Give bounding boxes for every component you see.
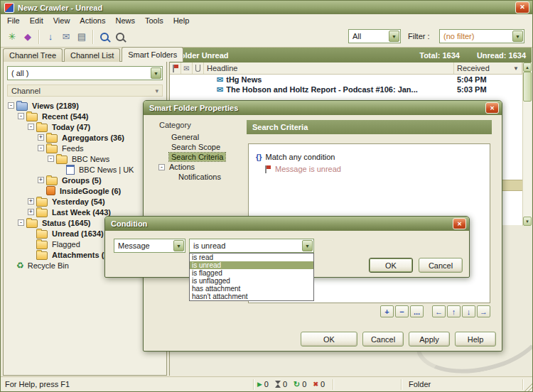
ok-button[interactable]: OK [369,258,413,273]
expander-icon[interactable]: - [38,145,44,151]
tree-item-bbc-news-uk[interactable]: BBC News | UK [5,164,165,175]
expander-icon[interactable]: + [38,177,44,183]
headline-column-header[interactable]: Headline [204,62,454,74]
option-is-read[interactable]: is read [190,254,313,261]
option-hasnt-attachment[interactable]: hasn't attachment [190,293,313,300]
expander-icon[interactable]: - [48,156,54,162]
cancel-button[interactable]: Cancel [362,332,404,347]
tab-channel-tree[interactable]: Channel Tree [3,48,63,62]
ok-button[interactable]: OK [301,332,357,347]
option-is-flagged[interactable]: is flagged [190,269,313,277]
dialog-title-bar: Smart Folder Properties ✕ [144,101,502,115]
column-menu-icon[interactable]: ▾ [155,87,158,94]
chevron-down-icon[interactable]: ▼ [389,31,399,42]
move-up-button[interactable]: ↑ [447,305,461,317]
tab-smart-folders[interactable]: Smart Folders [122,47,183,62]
menu-item-file[interactable]: File [2,16,25,26]
search-criteria-section-header: Search Criteria [247,120,492,134]
tree-item-recent[interactable]: -Recent (544) [5,111,165,121]
chevron-down-icon[interactable]: ▼ [302,240,313,251]
chevron-down-icon[interactable]: ▼ [151,67,161,79]
option-has-attachment[interactable]: has attachment [190,285,313,293]
get-news-icon[interactable]: ↓ [43,29,58,45]
option-is-unflagged[interactable]: is unflagged [190,277,313,285]
read-state-column-header[interactable]: ✉ [181,62,193,74]
category-list: General Search Scope Search Criteria -Ac… [152,132,243,182]
tree-item-today[interactable]: -Today (47) [5,121,165,132]
chevron-down-icon[interactable]: ▼ [512,31,523,42]
expander-icon[interactable]: - [18,113,24,119]
resize-grip[interactable] [523,382,532,391]
expander-icon[interactable]: - [18,219,24,226]
message-row[interactable]: ✉The Hobson and Holtz Report - Podcast #… [170,85,522,94]
scroll-up-icon[interactable]: ▲ [523,62,532,72]
menu-item-edit[interactable]: Edit [25,16,48,26]
expander-icon[interactable]: - [158,164,165,170]
close-icon[interactable]: ✕ [453,218,466,229]
message-row[interactable]: ✉tHg News 5:04 PM [170,75,522,85]
move-down-button[interactable]: ↓ [462,305,475,317]
paperclip-icon [195,65,200,72]
scope-selector[interactable]: ( all ) ▼ [7,66,163,80]
tree-item-groups[interactable]: +Groups (5) [5,175,165,185]
channel-options-icon[interactable]: ◆ [20,29,36,45]
condition-row[interactable]: Message is unread [249,161,490,173]
expander-icon[interactable]: + [28,209,34,215]
tab-channel-list[interactable]: Channel List [64,48,120,62]
received-column-header[interactable]: Received▼ [454,62,522,74]
chevron-down-icon[interactable]: ▼ [173,240,184,251]
option-is-unread[interactable]: is unread [190,261,313,269]
print-icon[interactable]: ▤ [74,29,90,45]
tree-item-yesterday[interactable]: +Yesterday (54) [5,196,165,207]
category-actions[interactable]: -Actions [152,162,243,172]
add-condition-button[interactable]: + [380,305,394,317]
channel-column-header[interactable]: Channel ▾ [7,85,163,97]
flag-column-header[interactable] [170,62,181,74]
send-mail-icon[interactable]: ✉ [58,29,74,45]
vertical-scrollbar[interactable]: ▲ ▼ [522,62,532,226]
condition-field-selector[interactable]: Message ▼ [114,239,185,253]
menu-item-news[interactable]: News [110,16,140,26]
find-icon[interactable] [112,29,128,45]
expander-icon[interactable]: + [38,134,44,141]
apply-button[interactable]: Apply [409,332,450,347]
menu-item-tools[interactable]: Tools [140,16,168,26]
menu-item-actions[interactable]: Actions [75,16,110,26]
folder-stats: Total: 1634 Unread: 1634 [419,51,526,60]
tree-item-insidegoogle[interactable]: InsideGoogle (6) [5,185,165,196]
close-icon[interactable]: ✕ [515,1,529,13]
category-general[interactable]: General [152,132,243,142]
close-icon[interactable]: ✕ [485,102,499,114]
scrollbar-thumb[interactable] [523,72,532,102]
scroll-down-icon[interactable]: ▼ [523,217,532,226]
condition-operator-selector[interactable]: is unread ▼ [189,239,314,253]
category-search-criteria[interactable]: Search Criteria [152,152,243,162]
tree-item-views[interactable]: -Views (2189) [5,100,165,111]
expander-icon[interactable]: - [28,124,34,130]
refresh-channels-icon[interactable]: ✳ [4,29,20,45]
tree-item-bbc-news[interactable]: -BBC News [5,153,165,164]
remove-condition-button[interactable]: − [395,305,409,317]
move-left-button[interactable]: ← [432,305,446,317]
match-condition-row[interactable]: {} Match any condition [249,144,490,161]
total-count: Total: 1634 [419,51,460,60]
filter-label: Filter : [408,32,430,40]
search-icon[interactable] [97,29,112,45]
folder-icon [46,134,58,143]
help-button[interactable]: Help [455,332,496,347]
edit-condition-button[interactable]: ... [410,305,424,317]
menu-item-view[interactable]: View [48,16,75,26]
expander-icon[interactable]: + [28,198,34,205]
filter-selector[interactable]: (no filter) ▼ [439,29,524,43]
menu-item-help[interactable]: Help [168,16,195,26]
tree-item-feeds[interactable]: -Feeds [5,143,165,153]
category-notifications[interactable]: Notifications [152,172,243,182]
view-selector[interactable]: All ▼ [348,29,401,43]
move-right-button[interactable]: → [477,305,490,317]
category-search-scope[interactable]: Search Scope [152,142,243,152]
cancel-button[interactable]: Cancel [419,258,463,273]
toolbar: ✳ ◆ ↓ ✉ ▤ All ▼ Filter : (no filter) ▼ [1,26,532,48]
expander-icon[interactable]: - [8,102,14,109]
attachment-column-header[interactable] [193,62,204,74]
tree-item-agreggators[interactable]: +Agreggators (36) [5,132,165,143]
